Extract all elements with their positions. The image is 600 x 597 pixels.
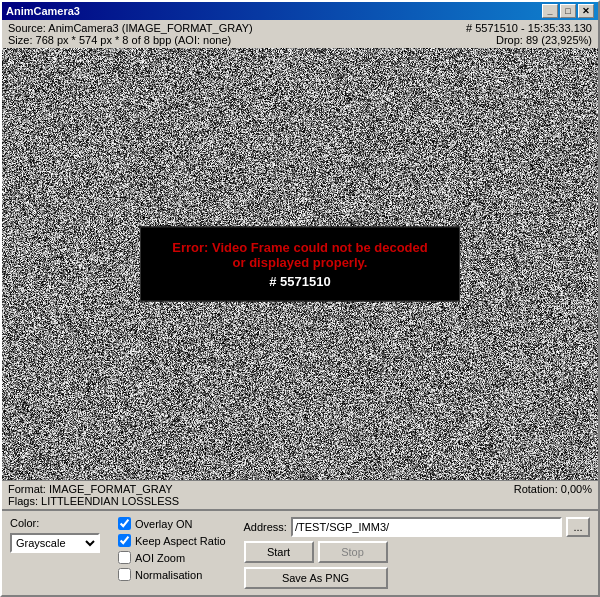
address-input[interactable] [291,517,562,537]
flags-label: Flags: LITTLEENDIAN LOSSLESS [8,495,179,507]
start-stop-row: Start Stop [244,541,590,563]
status-row: Format: IMAGE_FORMAT_GRAY Rotation: 0,00… [8,483,592,495]
overlay-checkbox[interactable] [118,517,131,530]
error-line1: Error: Video Frame could not be decoded … [165,240,435,270]
save-png-button[interactable]: Save As PNG [244,567,388,589]
main-window: AnimCamera3 _ □ ✕ Source: AnimCamera3 (I… [0,0,600,597]
address-row: Address: ... [244,517,590,537]
controls-area: Color: Grayscale Color Pseudo Color Over… [2,509,598,595]
keep-aspect-label: Keep Aspect Ratio [135,535,226,547]
overlay-label: Overlay ON [135,518,192,530]
normalisation-checkbox[interactable] [118,568,131,581]
keep-aspect-checkbox-row[interactable]: Keep Aspect Ratio [118,534,226,547]
color-select-wrap: Grayscale Color Pseudo Color [10,533,100,553]
flags-row: Flags: LITTLEENDIAN LOSSLESS [8,495,592,507]
address-label: Address: [244,521,287,533]
video-area: Error: Video Frame could not be decoded … [2,48,598,480]
size-label: Size: 768 px * 574 px * 8 of 8 bpp (AOI:… [8,34,231,46]
save-row: Save As PNG [244,567,590,589]
checkboxes-section: Overlay ON Keep Aspect Ratio AOI Zoom No… [118,517,226,581]
title-bar-controls: _ □ ✕ [542,4,594,18]
info-area: Source: AnimCamera3 (IMAGE_FORMAT_GRAY) … [2,20,598,48]
keep-aspect-checkbox[interactable] [118,534,131,547]
info-row-1: Source: AnimCamera3 (IMAGE_FORMAT_GRAY) … [8,22,592,34]
close-button[interactable]: ✕ [578,4,594,18]
color-select[interactable]: Grayscale Color Pseudo Color [10,533,100,553]
normalisation-checkbox-row[interactable]: Normalisation [118,568,226,581]
source-label: Source: AnimCamera3 (IMAGE_FORMAT_GRAY) [8,22,253,34]
format-label: Format: IMAGE_FORMAT_GRAY [8,483,173,495]
controls-row: Color: Grayscale Color Pseudo Color Over… [10,517,590,589]
status-bar: Format: IMAGE_FORMAT_GRAY Rotation: 0,00… [2,480,598,509]
rotation-label: Rotation: 0,00% [514,483,592,495]
color-section: Color: Grayscale Color Pseudo Color [10,517,100,553]
aoi-zoom-label: AOI Zoom [135,552,185,564]
overlay-checkbox-row[interactable]: Overlay ON [118,517,226,530]
title-bar-text: AnimCamera3 [6,5,80,17]
error-line2: # 5571510 [165,274,435,289]
normalisation-label: Normalisation [135,569,202,581]
minimize-button[interactable]: _ [542,4,558,18]
aoi-zoom-checkbox-row[interactable]: AOI Zoom [118,551,226,564]
drop-label: Drop: 89 (23,925%) [496,34,592,46]
browse-button[interactable]: ... [566,517,590,537]
color-label: Color: [10,517,100,529]
stop-button[interactable]: Stop [318,541,388,563]
start-button[interactable]: Start [244,541,314,563]
maximize-button[interactable]: □ [560,4,576,18]
address-section: Address: ... Start Stop Save As PNG [244,517,590,589]
info-row-2: Size: 768 px * 574 px * 8 of 8 bpp (AOI:… [8,34,592,46]
error-overlay: Error: Video Frame could not be decoded … [140,227,460,302]
frame-id: # 5571510 - 15:35:33.130 [466,22,592,34]
aoi-zoom-checkbox[interactable] [118,551,131,564]
title-bar: AnimCamera3 _ □ ✕ [2,2,598,20]
